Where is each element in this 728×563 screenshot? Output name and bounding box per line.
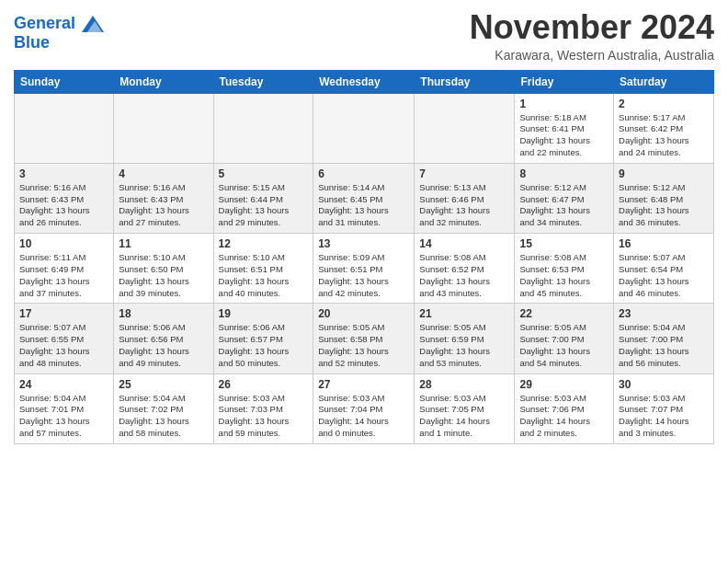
calendar-cell: 15Sunrise: 5:08 AM Sunset: 6:53 PM Dayli… bbox=[515, 234, 614, 304]
calendar-cell: 27Sunrise: 5:03 AM Sunset: 7:04 PM Dayli… bbox=[313, 373, 415, 443]
calendar-cell: 29Sunrise: 5:03 AM Sunset: 7:06 PM Dayli… bbox=[515, 373, 614, 443]
day-number: 4 bbox=[119, 167, 208, 180]
day-number: 17 bbox=[19, 307, 108, 320]
day-info: Sunrise: 5:08 AM Sunset: 6:52 PM Dayligh… bbox=[419, 252, 509, 299]
day-number: 1 bbox=[519, 98, 609, 110]
day-info: Sunrise: 5:03 AM Sunset: 7:07 PM Dayligh… bbox=[619, 393, 709, 440]
day-number: 9 bbox=[619, 167, 709, 180]
calendar-cell: 30Sunrise: 5:03 AM Sunset: 7:07 PM Dayli… bbox=[614, 373, 714, 443]
day-info: Sunrise: 5:07 AM Sunset: 6:54 PM Dayligh… bbox=[619, 252, 709, 299]
day-number: 3 bbox=[19, 167, 108, 180]
day-info: Sunrise: 5:09 AM Sunset: 6:51 PM Dayligh… bbox=[318, 252, 409, 299]
weekday-header: Saturday bbox=[614, 70, 714, 93]
day-number: 26 bbox=[219, 378, 309, 391]
day-info: Sunrise: 5:10 AM Sunset: 6:51 PM Dayligh… bbox=[219, 252, 309, 299]
day-info: Sunrise: 5:14 AM Sunset: 6:45 PM Dayligh… bbox=[318, 182, 409, 229]
calendar-cell: 5Sunrise: 5:15 AM Sunset: 6:44 PM Daylig… bbox=[213, 163, 313, 233]
day-info: Sunrise: 5:07 AM Sunset: 6:55 PM Dayligh… bbox=[19, 322, 108, 369]
day-number: 25 bbox=[119, 378, 208, 391]
month-title: November 2024 bbox=[470, 9, 714, 46]
day-info: Sunrise: 5:03 AM Sunset: 7:03 PM Dayligh… bbox=[219, 393, 309, 440]
calendar-cell: 2Sunrise: 5:17 AM Sunset: 6:42 PM Daylig… bbox=[614, 93, 714, 163]
calendar-week-row: 10Sunrise: 5:11 AM Sunset: 6:49 PM Dayli… bbox=[15, 234, 714, 304]
calendar-cell: 8Sunrise: 5:12 AM Sunset: 6:47 PM Daylig… bbox=[515, 163, 614, 233]
weekday-header: Thursday bbox=[415, 70, 515, 93]
calendar-cell bbox=[213, 93, 313, 163]
logo-text: General bbox=[14, 13, 104, 35]
weekday-header: Monday bbox=[114, 70, 213, 93]
day-info: Sunrise: 5:08 AM Sunset: 6:53 PM Dayligh… bbox=[519, 252, 609, 299]
day-info: Sunrise: 5:12 AM Sunset: 6:47 PM Dayligh… bbox=[519, 182, 609, 229]
calendar-cell bbox=[114, 93, 213, 163]
day-info: Sunrise: 5:15 AM Sunset: 6:44 PM Dayligh… bbox=[219, 182, 309, 229]
day-info: Sunrise: 5:10 AM Sunset: 6:50 PM Dayligh… bbox=[119, 252, 208, 299]
calendar-cell: 25Sunrise: 5:04 AM Sunset: 7:02 PM Dayli… bbox=[114, 373, 213, 443]
calendar-cell: 4Sunrise: 5:16 AM Sunset: 6:43 PM Daylig… bbox=[114, 163, 213, 233]
calendar-cell: 3Sunrise: 5:16 AM Sunset: 6:43 PM Daylig… bbox=[15, 163, 114, 233]
calendar-cell: 21Sunrise: 5:05 AM Sunset: 6:59 PM Dayli… bbox=[415, 304, 515, 373]
day-number: 12 bbox=[219, 237, 309, 250]
day-number: 20 bbox=[318, 307, 409, 320]
calendar-cell bbox=[15, 93, 114, 163]
calendar-cell: 7Sunrise: 5:13 AM Sunset: 6:46 PM Daylig… bbox=[415, 163, 515, 233]
title-block: November 2024 Karawara, Western Australi… bbox=[470, 9, 714, 63]
calendar-cell: 9Sunrise: 5:12 AM Sunset: 6:48 PM Daylig… bbox=[614, 163, 714, 233]
calendar-week-row: 1Sunrise: 5:18 AM Sunset: 6:41 PM Daylig… bbox=[15, 93, 714, 163]
day-info: Sunrise: 5:06 AM Sunset: 6:56 PM Dayligh… bbox=[119, 322, 208, 369]
logo-blue: Blue bbox=[14, 33, 104, 52]
calendar-cell: 20Sunrise: 5:05 AM Sunset: 6:58 PM Dayli… bbox=[313, 304, 415, 373]
calendar-cell: 23Sunrise: 5:04 AM Sunset: 7:00 PM Dayli… bbox=[614, 304, 714, 373]
weekday-header: Wednesday bbox=[313, 70, 415, 93]
day-info: Sunrise: 5:06 AM Sunset: 6:57 PM Dayligh… bbox=[219, 322, 309, 369]
calendar-week-row: 3Sunrise: 5:16 AM Sunset: 6:43 PM Daylig… bbox=[15, 163, 714, 233]
day-number: 24 bbox=[19, 378, 108, 391]
day-number: 15 bbox=[519, 237, 609, 250]
day-info: Sunrise: 5:18 AM Sunset: 6:41 PM Dayligh… bbox=[519, 112, 609, 159]
calendar-cell: 16Sunrise: 5:07 AM Sunset: 6:54 PM Dayli… bbox=[614, 234, 714, 304]
day-number: 18 bbox=[119, 307, 208, 320]
weekday-header: Tuesday bbox=[213, 70, 313, 93]
calendar-cell: 1Sunrise: 5:18 AM Sunset: 6:41 PM Daylig… bbox=[515, 93, 614, 163]
calendar-cell bbox=[313, 93, 415, 163]
calendar-cell: 11Sunrise: 5:10 AM Sunset: 6:50 PM Dayli… bbox=[114, 234, 213, 304]
calendar-cell: 22Sunrise: 5:05 AM Sunset: 7:00 PM Dayli… bbox=[515, 304, 614, 373]
calendar-table: SundayMondayTuesdayWednesdayThursdayFrid… bbox=[14, 70, 714, 444]
day-number: 6 bbox=[318, 167, 409, 180]
weekday-header: Sunday bbox=[15, 70, 114, 93]
day-number: 19 bbox=[219, 307, 309, 320]
day-info: Sunrise: 5:05 AM Sunset: 6:58 PM Dayligh… bbox=[318, 322, 409, 369]
day-number: 21 bbox=[419, 307, 509, 320]
calendar-cell: 6Sunrise: 5:14 AM Sunset: 6:45 PM Daylig… bbox=[313, 163, 415, 233]
day-number: 28 bbox=[419, 378, 509, 391]
day-info: Sunrise: 5:03 AM Sunset: 7:04 PM Dayligh… bbox=[318, 393, 409, 440]
day-info: Sunrise: 5:12 AM Sunset: 6:48 PM Dayligh… bbox=[619, 182, 709, 229]
page-header: General Blue November 2024 Karawara, Wes… bbox=[14, 9, 714, 63]
day-number: 16 bbox=[619, 237, 709, 250]
day-number: 2 bbox=[619, 98, 709, 110]
day-info: Sunrise: 5:16 AM Sunset: 6:43 PM Dayligh… bbox=[119, 182, 208, 229]
day-info: Sunrise: 5:13 AM Sunset: 6:46 PM Dayligh… bbox=[419, 182, 509, 229]
day-number: 7 bbox=[419, 167, 509, 180]
calendar-cell: 19Sunrise: 5:06 AM Sunset: 6:57 PM Dayli… bbox=[213, 304, 313, 373]
location: Karawara, Western Australia, Australia bbox=[470, 48, 714, 63]
day-number: 29 bbox=[519, 378, 609, 391]
day-info: Sunrise: 5:05 AM Sunset: 6:59 PM Dayligh… bbox=[419, 322, 509, 369]
day-info: Sunrise: 5:04 AM Sunset: 7:01 PM Dayligh… bbox=[19, 393, 108, 440]
day-number: 30 bbox=[619, 378, 709, 391]
calendar-week-row: 17Sunrise: 5:07 AM Sunset: 6:55 PM Dayli… bbox=[15, 304, 714, 373]
day-info: Sunrise: 5:03 AM Sunset: 7:06 PM Dayligh… bbox=[519, 393, 609, 440]
calendar-cell bbox=[415, 93, 515, 163]
day-number: 27 bbox=[318, 378, 409, 391]
day-number: 10 bbox=[19, 237, 108, 250]
weekday-header-row: SundayMondayTuesdayWednesdayThursdayFrid… bbox=[15, 70, 714, 93]
calendar-cell: 26Sunrise: 5:03 AM Sunset: 7:03 PM Dayli… bbox=[213, 373, 313, 443]
day-number: 22 bbox=[519, 307, 609, 320]
calendar-cell: 12Sunrise: 5:10 AM Sunset: 6:51 PM Dayli… bbox=[213, 234, 313, 304]
calendar-week-row: 24Sunrise: 5:04 AM Sunset: 7:01 PM Dayli… bbox=[15, 373, 714, 443]
day-info: Sunrise: 5:03 AM Sunset: 7:05 PM Dayligh… bbox=[419, 393, 509, 440]
calendar-cell: 14Sunrise: 5:08 AM Sunset: 6:52 PM Dayli… bbox=[415, 234, 515, 304]
day-info: Sunrise: 5:17 AM Sunset: 6:42 PM Dayligh… bbox=[619, 112, 709, 159]
day-number: 11 bbox=[119, 237, 208, 250]
day-number: 14 bbox=[419, 237, 509, 250]
day-number: 5 bbox=[219, 167, 309, 180]
